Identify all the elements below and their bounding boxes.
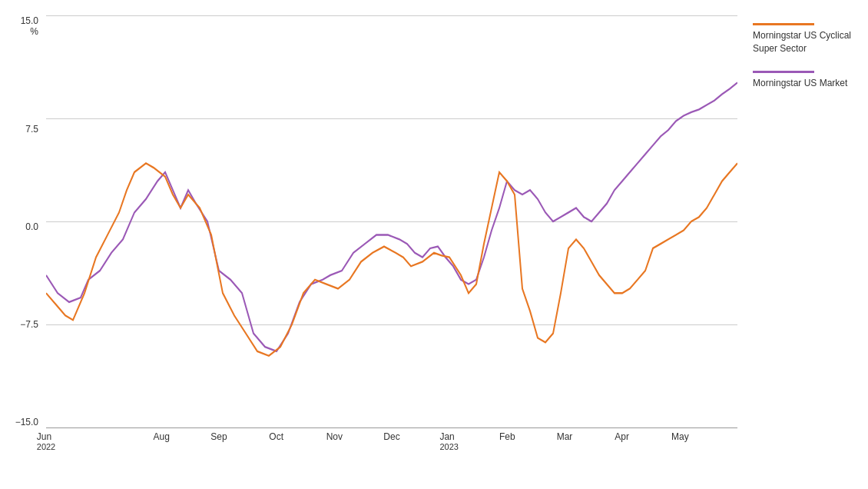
x-axis: Jun2022 Aug Sep Oct Nov Dec Jan2023 Feb … — [46, 427, 737, 474]
chart-legend: Morningstar US Cyclical Super Sector Mor… — [745, 15, 868, 474]
x-axis-line — [46, 427, 737, 428]
legend-line-orange — [753, 23, 814, 25]
y-label-neg15: −15.0 — [15, 417, 38, 427]
y-axis: 15.0 % 7.5 0.0 −7.5 −15.0 — [8, 15, 42, 427]
x-labels: Jun2022 Aug Sep Oct Nov Dec Jan2023 Feb … — [46, 431, 737, 474]
chart-svg — [46, 15, 737, 427]
chart-area: 15.0 % 7.5 0.0 −7.5 −15.0 — [8, 15, 745, 474]
chart-plot: Jun2022 Aug Sep Oct Nov Dec Jan2023 Feb … — [46, 15, 737, 474]
x-label-apr: Apr — [615, 431, 629, 442]
x-label-sep: Sep — [210, 431, 227, 442]
y-label-7-5: 7.5 — [25, 124, 38, 135]
x-label-jun: Jun2022 — [37, 431, 55, 451]
y-label-15: 15.0 % — [21, 15, 38, 38]
x-label-mar: Mar — [557, 431, 573, 442]
legend-line-purple — [753, 71, 814, 73]
y-label-0: 0.0 — [25, 221, 38, 232]
legend-item-market: Morningstar US Market — [753, 71, 868, 90]
legend-label-cyclical: Morningstar US Cyclical Super Sector — [753, 29, 868, 55]
x-label-oct: Oct — [269, 431, 283, 442]
chart-container: 15.0 % 7.5 0.0 −7.5 −15.0 — [0, 0, 868, 489]
x-label-feb: Feb — [499, 431, 515, 442]
x-label-aug: Aug — [154, 431, 170, 442]
y-label-neg7-5: −7.5 — [20, 319, 38, 330]
x-label-nov: Nov — [326, 431, 343, 442]
legend-item-cyclical: Morningstar US Cyclical Super Sector — [753, 23, 868, 55]
legend-label-market: Morningstar US Market — [753, 77, 868, 90]
x-label-dec: Dec — [383, 431, 399, 442]
x-label-jan: Jan2023 — [439, 431, 458, 451]
x-label-may: May — [671, 431, 689, 442]
purple-line — [46, 82, 737, 351]
